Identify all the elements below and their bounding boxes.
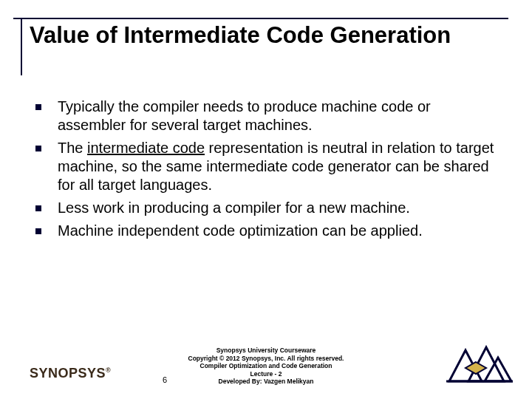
credits-line: Synopsys University Courseware: [148, 347, 384, 355]
bullet-text-pre: The: [58, 140, 87, 156]
bullet-text: Machine independent code optimization ca…: [58, 222, 502, 240]
svg-marker-3: [466, 362, 486, 374]
bullet-text: The intermediate code representation is …: [58, 139, 502, 194]
bullet-text-pre: Machine independent code optimization ca…: [58, 222, 423, 239]
credits-line: Lecture - 2: [148, 370, 384, 378]
title-rule-left: [21, 18, 22, 75]
bullet-text-pre: Less work in producing a compiler for a …: [58, 200, 410, 216]
title-rule-top: [13, 18, 508, 19]
credits-line: Compiler Optimization and Code Generatio…: [148, 362, 384, 370]
bullet-text: Less work in producing a compiler for a …: [58, 199, 502, 217]
footer: SYNOPSYS® 6 Synopsys University Coursewa…: [0, 334, 532, 386]
list-item: Less work in producing a compiler for a …: [30, 199, 502, 217]
square-bullet-icon: [35, 146, 41, 151]
partner-logo-icon: [446, 340, 513, 383]
synopsys-logo: SYNOPSYS®: [30, 366, 111, 381]
square-bullet-icon: [35, 228, 41, 234]
registered-symbol: ®: [106, 366, 111, 374]
slide-body: Typically the compiler needs to produce …: [30, 98, 502, 245]
credits-line: Developed By: Vazgen Melikyan: [148, 378, 384, 386]
slide: Value of Intermediate Code Generation Ty…: [0, 0, 532, 399]
partner-logo: [446, 340, 513, 386]
credits-block: Synopsys University Courseware Copyright…: [148, 347, 384, 386]
list-item: Machine independent code optimization ca…: [30, 222, 502, 240]
list-item: The intermediate code representation is …: [30, 139, 502, 194]
bullet-text: Typically the compiler needs to produce …: [58, 98, 502, 134]
bullet-text-underlined: intermediate code: [87, 140, 205, 156]
square-bullet-icon: [35, 205, 41, 211]
credits-line: Copyright © 2012 Synopsys, Inc. All righ…: [148, 355, 384, 363]
bullet-text-pre: Typically the compiler needs to produce …: [58, 98, 431, 133]
square-bullet-icon: [35, 104, 41, 110]
list-item: Typically the compiler needs to produce …: [30, 98, 502, 134]
slide-title: Value of Intermediate Code Generation: [30, 22, 502, 49]
synopsys-logo-text: SYNOPSYS: [30, 366, 106, 381]
